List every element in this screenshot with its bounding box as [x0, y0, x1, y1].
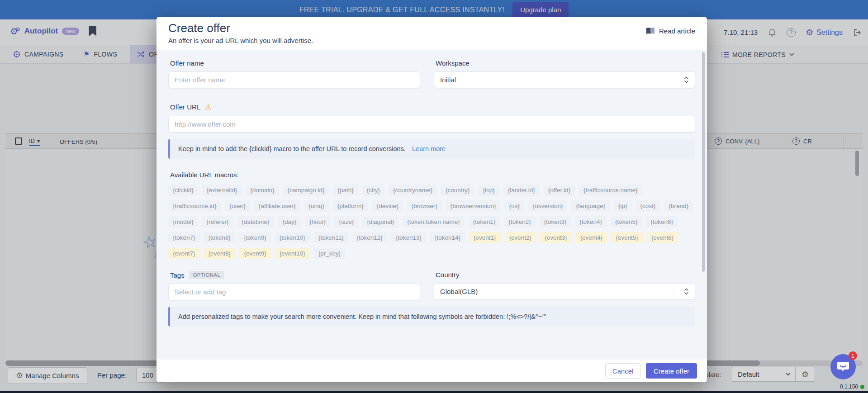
macro-chip[interactable]: {browserversion} [446, 200, 501, 212]
tags-infobox: Add personalized tags to make your searc… [168, 307, 695, 327]
country-label: Country [436, 271, 695, 279]
macro-chip[interactable]: {browser} [407, 200, 442, 212]
macro-chip[interactable]: {token12} [352, 232, 387, 243]
macro-chip[interactable]: {ip} [614, 200, 632, 212]
macro-chip[interactable]: {osversion} [528, 200, 568, 212]
macro-chip[interactable]: {event6} [647, 232, 678, 243]
macro-chip[interactable]: {event1} [469, 232, 501, 243]
macro-chip[interactable]: {token11} [314, 232, 348, 243]
country-value: Global(GLB) [440, 288, 478, 295]
macro-chip[interactable]: {language} [571, 200, 610, 212]
country-select[interactable]: Global(GLB) [434, 283, 695, 300]
modal-body: Offer name Workspace Initial Offer URL ⚠… [157, 50, 707, 360]
learn-more-link[interactable]: Learn more [412, 145, 446, 152]
macro-chip[interactable]: {user} [225, 200, 250, 212]
workspace-label: Workspace [436, 59, 695, 67]
macro-chip[interactable]: {event5} [611, 232, 643, 243]
macro-chip[interactable]: {hour} [305, 216, 330, 227]
offer-name-label: Offer name [170, 59, 420, 67]
macro-chip[interactable]: {campaign.id} [283, 185, 329, 196]
offer-url-label: Offer URL [170, 103, 200, 111]
macro-chip[interactable]: {domain} [246, 185, 279, 196]
macro-chip[interactable]: {token4} [575, 216, 607, 227]
macro-chip[interactable]: {trafficsource.name} [579, 185, 642, 196]
macro-chip[interactable]: {token8} [204, 232, 236, 243]
macro-chip[interactable]: {token7} [168, 232, 200, 243]
macro-chip[interactable]: {token2} [504, 216, 536, 227]
macro-chip[interactable]: {platform} [333, 200, 368, 212]
version-indicator: 0.1.150 [840, 384, 864, 390]
modal-subtitle: An offer is your ad URL which you will a… [168, 37, 695, 44]
modal-title: Create offer [168, 21, 695, 35]
create-offer-button[interactable]: Create offer [646, 363, 697, 379]
macro-chip[interactable]: {device} [372, 200, 403, 212]
macro-chip[interactable]: {event3} [540, 232, 572, 243]
macro-chip[interactable]: {city} [362, 185, 384, 196]
double-chevron-icon [684, 288, 689, 295]
macro-chip[interactable]: {token6} [646, 216, 678, 227]
macro-chip[interactable]: {isp} [478, 185, 499, 196]
double-chevron-icon [684, 76, 689, 83]
macro-chip[interactable]: {offer.id} [544, 185, 575, 196]
macro-chip[interactable]: {brand} [664, 200, 693, 212]
offer-url-label-row: Offer URL ⚠ [170, 103, 695, 111]
offer-name-input[interactable] [168, 71, 420, 88]
version-label: 0.1.150 [840, 384, 858, 390]
macro-chip[interactable]: {datetime} [237, 216, 274, 227]
macro-chip[interactable]: {model} [168, 216, 198, 227]
macro-chip[interactable]: {event2} [505, 232, 536, 243]
macro-chip[interactable]: {affiliate.user} [254, 200, 300, 212]
macro-chips: {clickid}{externalid}{domain}{campaign.i… [168, 185, 695, 259]
macro-chip[interactable]: {token13} [391, 232, 426, 243]
macro-chip[interactable]: {referer} [202, 216, 233, 227]
optional-badge: OPTIONAL [189, 271, 224, 279]
macro-chip[interactable]: {event4} [576, 232, 607, 243]
macro-chip[interactable]: {pr_key} [314, 248, 346, 259]
macro-chip[interactable]: {size} [334, 216, 358, 227]
cancel-button[interactable]: Cancel [605, 363, 640, 379]
macro-chip[interactable]: {diagonal} [362, 216, 398, 227]
read-article-link[interactable]: Read article [646, 27, 695, 35]
macro-chip[interactable]: {token10} [275, 232, 310, 243]
macro-chip[interactable]: {cost} [636, 200, 660, 212]
tags-label: Tags [170, 271, 185, 279]
workspace-value: Initial [440, 76, 456, 84]
macro-chip[interactable]: {token5} [611, 216, 642, 227]
workspace-select[interactable]: Initial [434, 71, 695, 88]
macro-chip[interactable]: {event8} [204, 248, 236, 259]
macro-chip[interactable]: {event10} [275, 248, 310, 259]
macro-chip[interactable]: {day} [278, 216, 301, 227]
macro-chip[interactable]: {country} [441, 185, 474, 196]
macro-chip[interactable]: {event7} [168, 248, 200, 259]
macro-chip[interactable]: {clickid} [168, 185, 198, 196]
macro-chip[interactable]: {token14} [430, 232, 465, 243]
macro-chip[interactable]: {os} [504, 200, 524, 212]
macro-chip[interactable]: {token1} [469, 216, 500, 227]
chat-bubble-icon [836, 360, 850, 373]
macro-chip[interactable]: {lander.id} [503, 185, 540, 196]
tags-label-row: Tags OPTIONAL [170, 271, 420, 279]
modal-header: Create offer An offer is your ad URL whi… [157, 17, 707, 50]
create-offer-modal: Create offer An offer is your ad URL whi… [157, 17, 707, 382]
modal-scrollbar[interactable] [702, 52, 705, 272]
macro-chip[interactable]: {event9} [239, 248, 271, 259]
macro-chip[interactable]: {uniq} [304, 200, 329, 212]
warning-icon: ⚠ [205, 103, 211, 111]
tags-input[interactable] [168, 284, 420, 300]
clickid-infobox: Keep in mind to add the {clickid} macro … [168, 139, 695, 159]
macro-chip[interactable]: {externalid} [202, 185, 242, 196]
status-dot [860, 385, 864, 389]
read-article-label: Read article [659, 27, 695, 35]
clickid-note: Keep in mind to add the {clickid} macro … [178, 145, 406, 152]
macro-chip[interactable]: {path} [333, 185, 358, 196]
macro-chip[interactable]: {token3} [540, 216, 571, 227]
macro-chip[interactable]: {token:token name} [403, 216, 464, 227]
chat-unread-badge: 1 [849, 351, 857, 360]
offer-url-input[interactable] [168, 116, 695, 133]
macro-chip[interactable]: {token9} [239, 232, 271, 243]
macro-chip[interactable]: {countryname} [389, 185, 437, 196]
macros-label: Available URL macros: [170, 171, 695, 179]
book-icon [646, 27, 655, 35]
macro-chip[interactable]: {trafficsource.id} [168, 200, 221, 212]
modal-footer: Cancel Create offer [157, 360, 707, 382]
